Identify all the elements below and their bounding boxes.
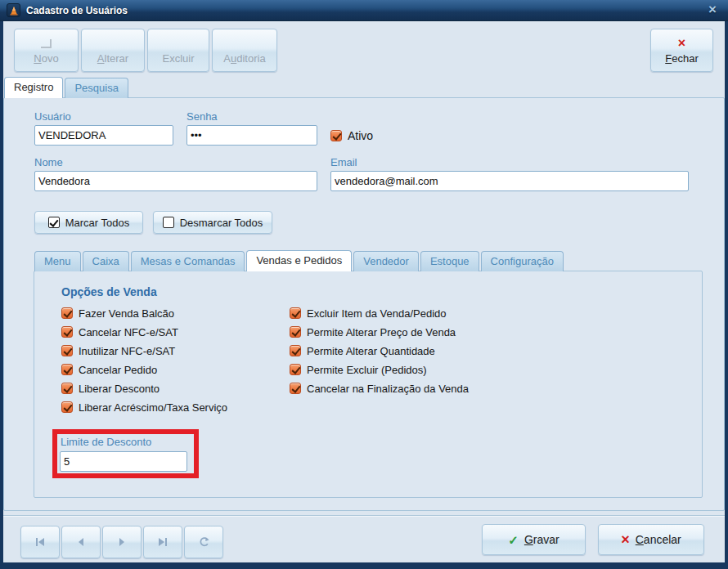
option-row: Permite Excluir (Pedidos)	[290, 363, 469, 376]
option-row: Liberar Desconto	[61, 382, 227, 395]
option-checkbox[interactable]	[290, 364, 301, 375]
nav-next-button[interactable]	[102, 526, 142, 558]
senha-label: Senha	[186, 110, 218, 123]
option-checkbox[interactable]	[61, 326, 73, 338]
option-label: Liberar Acréscimo/Taxa Serviço	[79, 401, 227, 414]
option-checkbox[interactable]	[290, 307, 301, 319]
option-row: Fazer Venda Balcão	[61, 307, 227, 320]
usuario-label: Usuário	[34, 110, 71, 123]
save-check-icon: ✓	[508, 535, 519, 545]
limite-desconto-label: Limite de Desconto	[61, 436, 151, 448]
fechar-label: Fechar	[665, 52, 698, 65]
refresh-icon	[198, 536, 210, 549]
app-window: Cadastro de Usuários × Novo Alterar Excl…	[0, 0, 728, 569]
app-icon	[7, 3, 20, 17]
unchecked-box-icon	[163, 217, 174, 228]
new-record-icon	[41, 39, 52, 48]
option-label: Cancelar na Finalização da Venda	[307, 383, 469, 395]
tab-menu[interactable]: Menu	[34, 251, 81, 271]
next-record-icon	[117, 537, 127, 547]
alterar-button[interactable]: Alterar	[81, 29, 145, 72]
option-row: Permite Alterar Quantidade	[290, 344, 469, 357]
tab-mesas-e-comandas[interactable]: Mesas e Comandas	[131, 251, 245, 271]
prev-record-icon	[76, 537, 86, 547]
cancel-x-icon: ×	[621, 535, 630, 544]
tab-pesquisa[interactable]: Pesquisa	[65, 78, 128, 98]
marcar-todos-button[interactable]: Marcar Todos	[34, 211, 143, 234]
option-row: Cancelar na Finalização da Venda	[290, 382, 469, 395]
option-checkbox[interactable]	[61, 401, 73, 413]
option-checkbox[interactable]	[290, 345, 301, 356]
opcoes-venda-heading: Opções de Venda	[61, 285, 157, 298]
window-content: Novo Alterar Excluir Auditoria × Fechar …	[3, 21, 725, 562]
option-checkbox[interactable]	[290, 326, 301, 338]
nav-prev-button[interactable]	[61, 526, 101, 558]
desmarcar-todos-label: Desmarcar Todos	[180, 217, 263, 229]
option-label: Inutilizar NFC-e/SAT	[79, 345, 175, 357]
alterar-label: Alterar	[97, 52, 128, 65]
gravar-button[interactable]: ✓ Gravar	[482, 524, 586, 555]
option-row: Inutilizar NFC-e/SAT	[61, 344, 227, 357]
option-row: Permite Alterar Preço de Venda	[290, 325, 469, 338]
novo-label: Novo	[34, 52, 58, 65]
first-record-icon	[34, 537, 46, 547]
option-label: Permite Alterar Quantidade	[307, 345, 435, 357]
bottom-bar: ✓ Gravar × Cancelar	[3, 515, 725, 562]
option-label: Permite Alterar Preço de Venda	[307, 326, 456, 338]
nav-refresh-button[interactable]	[184, 526, 223, 558]
excluir-button[interactable]: Excluir	[147, 29, 209, 72]
main-tab-bar: Registro Pesquisa	[4, 77, 128, 98]
limite-desconto-input[interactable]	[60, 451, 187, 472]
option-label: Excluir Item da Venda/Pedido	[307, 307, 447, 320]
tab-configuracao[interactable]: Configuração	[481, 251, 564, 271]
permission-tab-bar: Menu Caixa Mesas e Comandas Vendas e Ped…	[34, 250, 564, 271]
option-label: Liberar Desconto	[79, 383, 160, 395]
tab-caixa[interactable]: Caixa	[83, 251, 129, 271]
usuario-input[interactable]	[34, 125, 173, 146]
window-close-icon[interactable]: ×	[703, 2, 721, 18]
desmarcar-todos-button[interactable]: Desmarcar Todos	[153, 211, 272, 234]
sales-options-left-column: Fazer Venda Balcão Cancelar NFC-e/SAT In…	[61, 307, 227, 419]
option-checkbox[interactable]	[61, 383, 73, 394]
option-checkbox[interactable]	[61, 364, 73, 375]
tab-estoque[interactable]: Estoque	[420, 251, 479, 271]
vendas-pedidos-panel: Opções de Venda Fazer Venda Balcão Cance…	[34, 271, 703, 498]
last-record-icon	[157, 537, 169, 547]
cancelar-button[interactable]: × Cancelar	[598, 524, 704, 555]
tab-vendas-e-pedidos[interactable]: Vendas e Pedidos	[246, 250, 352, 271]
ativo-label: Ativo	[348, 129, 373, 142]
nav-first-button[interactable]	[20, 526, 60, 558]
tab-registro[interactable]: Registro	[4, 77, 63, 98]
option-checkbox[interactable]	[61, 345, 73, 356]
nome-label: Nome	[34, 156, 63, 168]
option-checkbox[interactable]	[61, 307, 73, 319]
auditoria-label: Auditoria	[223, 52, 265, 65]
title-bar: Cadastro de Usuários ×	[0, 0, 728, 21]
cancelar-label: Cancelar	[636, 533, 681, 546]
marcar-todos-label: Marcar Todos	[65, 217, 130, 229]
close-x-icon: ×	[678, 38, 685, 48]
email-input[interactable]	[330, 171, 689, 191]
ativo-checkbox[interactable]	[330, 130, 342, 141]
option-row: Cancelar NFC-e/SAT	[61, 325, 227, 338]
registro-panel: Usuário Senha Ativo Nome Email Marcar To…	[3, 97, 725, 511]
checked-box-icon	[48, 217, 60, 228]
option-checkbox[interactable]	[290, 383, 301, 394]
option-row: Cancelar Pedido	[61, 363, 227, 376]
nome-input[interactable]	[34, 171, 317, 191]
auditoria-button[interactable]: Auditoria	[212, 29, 277, 72]
option-row: Liberar Acréscimo/Taxa Serviço	[61, 401, 227, 414]
fechar-button[interactable]: × Fechar	[650, 29, 713, 72]
ativo-checkbox-row: Ativo	[330, 129, 373, 142]
email-label: Email	[330, 156, 357, 168]
excluir-label: Excluir	[162, 52, 194, 65]
option-label: Cancelar Pedido	[79, 364, 157, 376]
nav-last-button[interactable]	[143, 526, 182, 558]
option-row: Excluir Item da Venda/Pedido	[290, 307, 469, 320]
tab-vendedor[interactable]: Vendedor	[353, 251, 419, 271]
option-label: Fazer Venda Balcão	[79, 307, 174, 320]
window-title: Cadastro de Usuários	[26, 5, 128, 16]
novo-button[interactable]: Novo	[14, 29, 79, 72]
senha-input[interactable]	[186, 125, 317, 146]
option-label: Permite Excluir (Pedidos)	[307, 364, 427, 376]
